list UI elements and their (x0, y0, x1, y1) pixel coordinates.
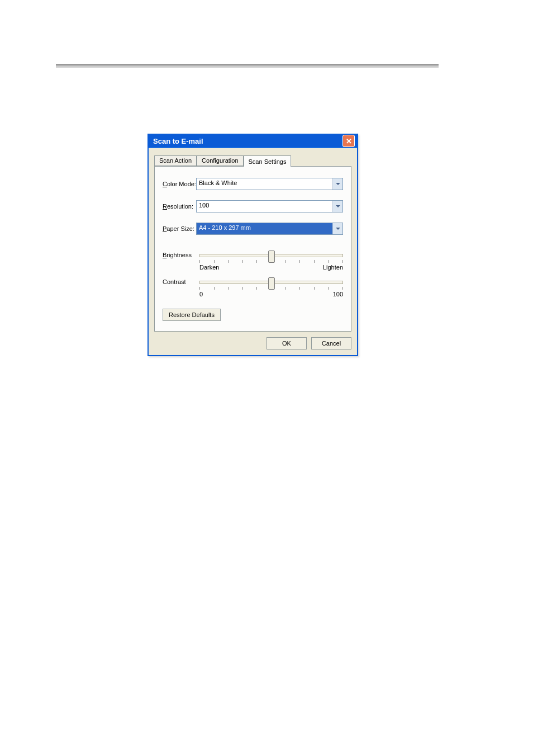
contrast-thumb[interactable] (268, 277, 275, 290)
close-button[interactable]: ✕ (342, 135, 355, 147)
dialog-title: Scan to E-mail (153, 137, 203, 145)
brightness-slider-labels: Darken Lighten (199, 264, 343, 271)
contrast-slider-area: 0 100 (199, 278, 343, 297)
brightness-row: Brightness Darken Lighten (163, 252, 343, 271)
scan-to-email-dialog: Scan to E-mail ✕ Scan Action Configurati… (147, 134, 358, 356)
chevron-down-icon (336, 183, 340, 185)
resolution-row: Resolution: 100 (163, 200, 343, 212)
tab-configuration[interactable]: Configuration (197, 155, 243, 166)
brightness-slider-area: Darken Lighten (199, 252, 343, 271)
resolution-label: Resolution: (163, 203, 196, 210)
cancel-button[interactable]: Cancel (311, 337, 351, 349)
color-mode-row: Color Mode: Black & White (163, 178, 343, 190)
paper-size-combo[interactable]: A4 - 210 x 297 mm (196, 223, 343, 235)
color-mode-dropdown-button[interactable] (332, 178, 342, 190)
brightness-thumb[interactable] (268, 251, 275, 263)
resolution-value: 100 (197, 201, 332, 212)
brightness-slider[interactable] (199, 254, 343, 257)
brightness-right-label: Lighten (323, 264, 343, 271)
contrast-label: Contrast (163, 278, 196, 285)
color-mode-combo[interactable]: Black & White (196, 178, 343, 190)
dialog-footer: OK Cancel (149, 332, 357, 355)
tab-scan-action[interactable]: Scan Action (154, 155, 197, 166)
page-rule (56, 64, 439, 68)
tab-scan-settings[interactable]: Scan Settings (244, 155, 292, 167)
paper-size-row: Paper Size: A4 - 210 x 297 mm (163, 223, 343, 235)
resolution-dropdown-button[interactable] (332, 201, 342, 212)
resolution-combo[interactable]: 100 (196, 200, 343, 212)
color-mode-label: Color Mode: (163, 181, 196, 187)
contrast-right-label: 100 (333, 291, 343, 297)
contrast-slider[interactable] (199, 281, 343, 284)
ok-button[interactable]: OK (266, 337, 307, 349)
paper-size-label: Paper Size: (163, 225, 196, 232)
paper-size-dropdown-button[interactable] (332, 223, 342, 234)
close-icon: ✕ (346, 138, 352, 145)
paper-size-value: A4 - 210 x 297 mm (197, 223, 332, 234)
tab-panel-scan-settings: Color Mode: Black & White Resolution: 10… (154, 166, 351, 332)
contrast-slider-labels: 0 100 (199, 291, 343, 297)
dialog-titlebar[interactable]: Scan to E-mail ✕ (149, 134, 357, 148)
chevron-down-icon (336, 228, 340, 230)
brightness-left-label: Darken (199, 264, 219, 271)
contrast-left-label: 0 (199, 291, 203, 297)
color-mode-value: Black & White (197, 178, 332, 190)
contrast-row: Contrast 0 100 (163, 278, 343, 297)
chevron-down-icon (336, 205, 340, 207)
brightness-label: Brightness (163, 252, 196, 258)
restore-defaults-button[interactable]: Restore Defaults (163, 309, 221, 321)
tab-strip: Scan Action Configuration Scan Settings (154, 154, 351, 166)
